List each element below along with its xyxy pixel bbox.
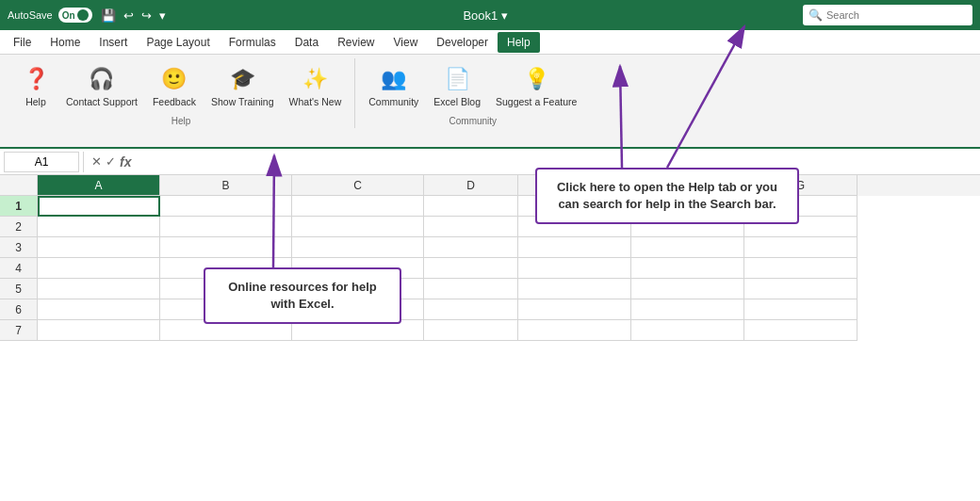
feedback-label: Feedback [153, 96, 196, 108]
menu-item-formulas[interactable]: Formulas [220, 32, 286, 53]
feedback-icon: 🙂 [159, 64, 189, 94]
community-label: Community [368, 96, 418, 108]
ribbon-btn-feedback[interactable]: 🙂Feedback [147, 60, 202, 112]
cell-A4[interactable] [38, 258, 160, 279]
cell-reference[interactable] [4, 152, 79, 172]
sheet-rows: 1234567 [0, 196, 980, 341]
save-button[interactable]: 💾 [98, 7, 119, 24]
cell-D6[interactable] [424, 299, 518, 320]
whats-new-label: What's New [289, 96, 342, 108]
cell-C3[interactable] [292, 237, 424, 258]
cell-C1[interactable] [292, 196, 424, 217]
column-headers: ABCDEFG [0, 175, 980, 196]
column-header-B[interactable]: B [160, 175, 292, 196]
whats-new-icon: ✨ [300, 64, 330, 94]
cell-G6[interactable] [744, 299, 858, 320]
cell-A3[interactable] [38, 237, 160, 258]
menu-bar: FileHomeInsertPage LayoutFormulasDataRev… [0, 30, 980, 55]
cell-G5[interactable] [744, 279, 858, 299]
menu-item-developer[interactable]: Developer [427, 32, 498, 53]
cell-E3[interactable] [518, 237, 631, 258]
excel-blog-label: Excel Blog [433, 96, 481, 108]
spreadsheet: ABCDEFG 1234567 [0, 175, 980, 341]
cell-E6[interactable] [518, 299, 631, 320]
ribbon-btn-suggest-feature[interactable]: 💡Suggest a Feature [490, 60, 582, 112]
row-number-1: 1 [0, 196, 38, 217]
cell-G7[interactable] [744, 320, 858, 341]
search-box[interactable]: 🔍 [803, 5, 972, 25]
formula-icons: ✕ ✓ fx [91, 154, 131, 170]
cell-G4[interactable] [744, 258, 858, 279]
autosave-toggle[interactable]: On [58, 8, 92, 23]
customize-button[interactable]: ▾ [156, 7, 169, 24]
redo-button[interactable]: ↪ [139, 7, 155, 24]
row-number-header [0, 175, 38, 196]
ribbon-btn-contact-support[interactable]: 🎧Contact Support [60, 60, 143, 112]
ribbon-btn-help[interactable]: ❓Help [15, 60, 57, 112]
tooltip-help: Click here to open the Help tab or you c… [535, 168, 799, 224]
cell-E5[interactable] [518, 279, 631, 299]
cell-E4[interactable] [518, 258, 631, 279]
menu-item-review[interactable]: Review [328, 32, 384, 53]
cell-A5[interactable] [38, 279, 160, 299]
cell-B1[interactable] [160, 196, 292, 217]
cancel-icon[interactable]: ✕ [91, 154, 102, 170]
cell-E7[interactable] [518, 320, 631, 341]
row-number-2: 2 [0, 217, 38, 237]
cell-A2[interactable] [38, 217, 160, 237]
row-number-7: 7 [0, 320, 38, 341]
help-icon: ❓ [21, 64, 51, 94]
cell-A6[interactable] [38, 299, 160, 320]
row-number-6: 6 [0, 299, 38, 320]
cell-A7[interactable] [38, 320, 160, 341]
cell-G3[interactable] [744, 237, 858, 258]
cell-D3[interactable] [424, 237, 518, 258]
cell-D4[interactable] [424, 258, 518, 279]
cell-D1[interactable] [424, 196, 518, 217]
table-row: 7 [0, 320, 980, 341]
cell-B3[interactable] [160, 237, 292, 258]
tooltip-community: Online resources for help with Excel. [204, 267, 401, 324]
column-header-D[interactable]: D [424, 175, 518, 196]
cell-F6[interactable] [631, 299, 744, 320]
ribbon-btn-show-training[interactable]: 🎓Show Training [205, 60, 280, 112]
search-icon: 🔍 [808, 8, 823, 22]
ribbon-group-label-community: Community [449, 116, 498, 128]
undo-button[interactable]: ↩ [121, 7, 137, 24]
column-header-A[interactable]: A [38, 175, 160, 196]
menu-item-insert[interactable]: Insert [90, 32, 137, 53]
menu-item-file[interactable]: File [4, 32, 41, 53]
fx-icon[interactable]: fx [120, 154, 131, 170]
ribbon-btn-whats-new[interactable]: ✨What's New [284, 60, 348, 112]
menu-item-help[interactable]: Help [498, 32, 540, 53]
contact-support-label: Contact Support [66, 96, 138, 108]
cell-D5[interactable] [424, 279, 518, 299]
cell-D2[interactable] [424, 217, 518, 237]
cell-F3[interactable] [631, 237, 744, 258]
menu-item-data[interactable]: Data [286, 32, 328, 53]
cell-A1[interactable] [38, 196, 160, 217]
cell-F7[interactable] [631, 320, 744, 341]
cell-B2[interactable] [160, 217, 292, 237]
title-chevron: ▾ [501, 8, 508, 23]
ribbon-group-community: 👥Community📄Excel Blog💡Suggest a FeatureC… [355, 58, 590, 128]
cell-F4[interactable] [631, 258, 744, 279]
confirm-icon[interactable]: ✓ [106, 154, 116, 170]
formula-divider [83, 152, 84, 172]
table-row: 2 [0, 217, 980, 237]
cell-C2[interactable] [292, 217, 424, 237]
cell-F5[interactable] [631, 279, 744, 299]
ribbon-btn-community[interactable]: 👥Community [363, 60, 424, 112]
menu-item-view[interactable]: View [384, 32, 428, 53]
title-bar-right: 🔍 [803, 5, 972, 25]
excel-blog-icon: 📄 [442, 64, 472, 94]
ribbon-btn-excel-blog[interactable]: 📄Excel Blog [428, 60, 486, 112]
autosave-state: On [62, 10, 75, 21]
search-input[interactable] [826, 9, 967, 21]
menu-item-page-layout[interactable]: Page Layout [137, 32, 219, 53]
table-row: 3 [0, 237, 980, 258]
show-training-label: Show Training [211, 96, 274, 108]
cell-D7[interactable] [424, 320, 518, 341]
menu-item-home[interactable]: Home [41, 32, 90, 53]
column-header-C[interactable]: C [292, 175, 424, 196]
